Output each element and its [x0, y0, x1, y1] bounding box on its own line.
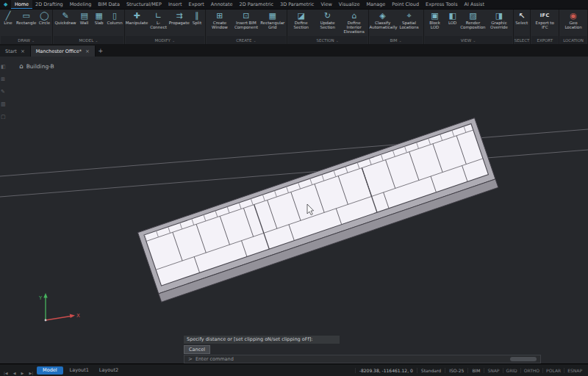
polar-toggle[interactable]: POLAR	[542, 368, 564, 373]
tool-label: Select	[515, 21, 528, 25]
ribbon-group-label-draw[interactable]: DRAW⌄	[1, 36, 51, 44]
breadcrumb-label: Building-B	[26, 63, 54, 70]
tool-define-interior-elevations[interactable]: ⌂Define Interior Elevations	[341, 10, 368, 34]
menu-item-point-cloud[interactable]: Point Cloud	[389, 0, 423, 9]
menu-item-view[interactable]: View	[318, 0, 335, 9]
prev-layout-icon[interactable]: ◀	[12, 371, 17, 375]
tool-geo-location[interactable]: ◉Geo Location	[560, 10, 587, 29]
ortho-toggle[interactable]: ORTHO	[520, 368, 542, 373]
ribbon-group-label-location[interactable]: LOCATION	[560, 36, 587, 44]
ribbon-group-label-view[interactable]: VIEW⌄	[425, 36, 512, 44]
viewport-3d[interactable]: ⌂ Building-B ◧ ⊞ ✎ ▥ ▢	[0, 57, 588, 364]
workspace-field[interactable]: BIM	[467, 368, 484, 373]
model-tab[interactable]: Model	[37, 366, 63, 375]
layout2-tab[interactable]: Layout2	[96, 367, 122, 373]
first-layout-icon[interactable]: |◀	[3, 371, 9, 375]
tool-select[interactable]: ↖Select	[514, 10, 529, 25]
menu-item-express-tools[interactable]: Express Tools	[423, 0, 461, 9]
tool-classify-automatically[interactable]: ◈Classify Automatically	[370, 10, 396, 29]
menu-bar: ◆ Home 2D Drafting Modeling BIM Data Str…	[0, 0, 588, 10]
tool-slab[interactable]: ▦Slab	[92, 10, 107, 25]
tool-rectangular-grid[interactable]: ▦Rectangular Grid	[259, 10, 286, 29]
menu-item-2d-parametric[interactable]: 2D Parametric	[236, 0, 276, 9]
tool-column[interactable]: ▯Column	[107, 10, 123, 25]
ribbon-group-label-select[interactable]: SELECT	[514, 36, 530, 44]
next-layout-icon[interactable]: ▶	[21, 371, 25, 375]
tool-define-section[interactable]: ◪Define Section	[288, 10, 315, 29]
menu-item-insert[interactable]: Insert	[165, 0, 185, 9]
building-model[interactable]	[137, 118, 498, 303]
layers-icon[interactable]: ▥	[1, 101, 6, 107]
menu-item-modeling[interactable]: Modeling	[66, 0, 95, 9]
last-layout-icon[interactable]: ▶|	[29, 371, 35, 375]
tool-label: Classify Automatically	[370, 21, 396, 29]
breadcrumb[interactable]: ⌂ Building-B	[19, 62, 54, 70]
ifc-icon: IFC	[540, 11, 550, 21]
ribbon-group-label-export[interactable]: EXPORT	[531, 36, 558, 44]
model-canvas[interactable]: Y X	[0, 57, 588, 364]
snap-toggle[interactable]: SNAP	[484, 368, 502, 373]
tool-line[interactable]: ╱Line	[1, 10, 15, 25]
tool-label: Line	[4, 21, 12, 25]
command-bar-handle[interactable]	[510, 357, 537, 361]
tool-label: Block LOD	[426, 21, 445, 29]
menu-item-export[interactable]: Export	[185, 0, 207, 9]
doc-tab-manchester-office[interactable]: Manchester Office* ×	[31, 46, 96, 57]
grid-axis-line[interactable]	[0, 129, 588, 176]
close-icon[interactable]: ×	[21, 48, 25, 54]
tool-create-window[interactable]: ⊞Create Window	[207, 10, 233, 29]
esnap-toggle[interactable]: ESNAP	[564, 368, 585, 373]
menu-item-3d-parametric[interactable]: 3D Parametric	[277, 0, 318, 9]
tool-label: Rectangular Grid	[260, 21, 285, 29]
tool-insert-bim-component[interactable]: ⊡Insert BIM Component	[233, 10, 259, 29]
edit-icon[interactable]: ✎	[1, 89, 6, 95]
ribbon-group-model: ✎Quickdraw ▤Wall ▦Slab ▯Column MODEL⌄	[53, 10, 124, 44]
tool-split[interactable]: ∥Split	[190, 10, 204, 25]
frame-icon[interactable]: ▢	[1, 114, 6, 120]
ribbon-group-label-model[interactable]: MODEL⌄	[54, 36, 123, 44]
tool-l-connect[interactable]: ∟L-Connect	[148, 10, 168, 29]
tool-lod[interactable]: ◧LOD	[445, 10, 460, 25]
menu-item-2d-drafting[interactable]: 2D Drafting	[32, 0, 67, 9]
layout1-tab[interactable]: Layout1	[66, 367, 93, 373]
tool-update-section[interactable]: ↻Update Section	[315, 10, 341, 29]
grid-toggle[interactable]: GRID	[503, 368, 520, 373]
ribbon-group-label-create[interactable]: CREATE⌄	[207, 36, 286, 44]
menu-item-structural-mep[interactable]: Structural/MEP	[123, 0, 165, 9]
slab-icon: ▦	[95, 11, 102, 21]
ribbon-group-label-modify[interactable]: MODIFY⌄	[126, 36, 204, 44]
dim-style-field[interactable]: ISO-25	[445, 368, 467, 373]
menu-item-visualize[interactable]: Visualize	[335, 0, 363, 9]
tool-spatial-locations[interactable]: ⌖Spatial Locations	[396, 10, 423, 29]
command-input[interactable]: > Enter command	[184, 355, 541, 364]
ribbon-group-label-bim[interactable]: BIM⌄	[370, 36, 423, 44]
app-logo-icon[interactable]: ◆	[0, 1, 11, 7]
tool-circle[interactable]: ◯Circle	[37, 10, 51, 25]
tool-manipulate[interactable]: ✚Manipulate	[126, 10, 148, 25]
ribbon-group-label-section[interactable]: SECTION⌄	[288, 36, 368, 44]
tool-propagate[interactable]: ⇉Propagate	[169, 10, 190, 25]
new-tab-button[interactable]: +	[96, 46, 106, 57]
ribbon: ╱Line ▭Rectangle ◯Circle DRAW⌄ ✎Quickdra…	[0, 10, 588, 44]
tool-graphic-override[interactable]: ◨Graphic Override	[486, 10, 512, 29]
menu-item-home[interactable]: Home	[11, 0, 32, 9]
menu-item-bim-data[interactable]: BIM Data	[95, 0, 123, 9]
menu-item-manage[interactable]: Manage	[363, 0, 389, 9]
tool-quickdraw[interactable]: ✎Quickdraw	[54, 10, 76, 25]
close-icon[interactable]: ×	[85, 48, 90, 54]
doc-tab-start[interactable]: Start ×	[0, 46, 31, 57]
cancel-button[interactable]: Cancel	[184, 345, 210, 354]
menu-item-ai-assist[interactable]: AI Assist	[461, 0, 487, 9]
tool-export-to-ifc[interactable]: IFCExport to IFC	[531, 10, 558, 29]
tool-wall[interactable]: ▤Wall	[77, 10, 92, 25]
grid-panel-icon[interactable]: ⊞	[1, 76, 6, 82]
tool-label: LOD	[448, 21, 456, 25]
panel-icon[interactable]: ◧	[1, 64, 6, 70]
menu-item-annotate[interactable]: Annotate	[207, 0, 236, 9]
current-style-field[interactable]: Standard	[417, 368, 445, 373]
tool-rectangle[interactable]: ▭Rectangle	[15, 10, 37, 25]
tool-render-composition[interactable]: ▨Render Composition	[460, 10, 487, 29]
chevron-down-icon: ⌄	[253, 38, 256, 43]
tool-block-lod[interactable]: ▣Block LOD	[425, 10, 445, 29]
tool-label: Rectangle	[16, 21, 36, 25]
